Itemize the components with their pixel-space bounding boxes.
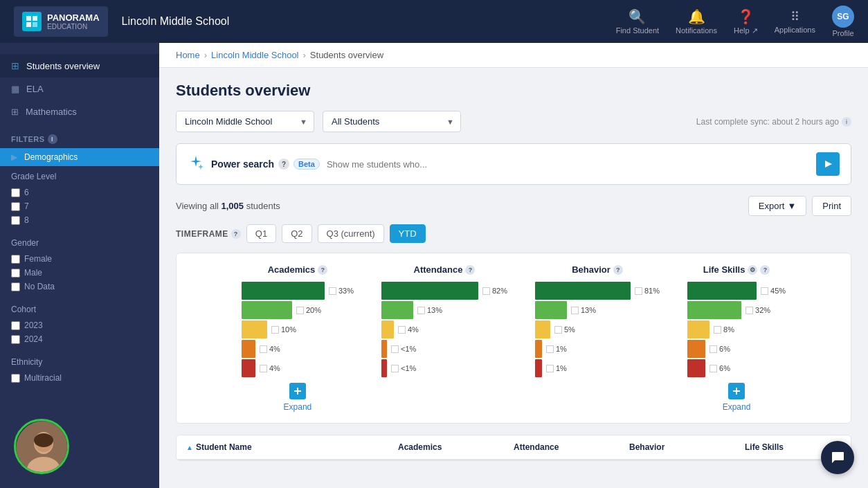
life-skills-bar-segment-2: [687, 301, 741, 319]
cohort-2023-input[interactable]: [11, 321, 20, 330]
find-student-nav[interactable]: 🔍 Find Student: [616, 8, 659, 35]
attendance-bar-3: 4%: [381, 320, 507, 338]
action-buttons: Export ▼ Print: [748, 196, 851, 216]
grade-6-label: 6: [24, 188, 29, 197]
attendance-checkbox-3[interactable]: [398, 326, 406, 334]
content-inner: Students overview Lincoln Middle School …: [159, 68, 868, 475]
power-search-help-icon[interactable]: ?: [278, 159, 289, 170]
timeframe-ytd-button[interactable]: YTD: [390, 224, 426, 243]
demographics-filter[interactable]: ▶ Demographics: [0, 148, 159, 166]
life-skills-checkbox-2[interactable]: [745, 307, 753, 314]
timeframe-q2-button[interactable]: Q2: [282, 224, 311, 243]
life-skills-checkbox-1[interactable]: [761, 287, 768, 295]
life-skills-bar-segment-3: [687, 320, 709, 338]
female-label: Female: [24, 254, 52, 264]
power-search-input[interactable]: [327, 156, 809, 172]
multiracial-checkbox[interactable]: Multiracial: [11, 371, 148, 385]
male-checkbox[interactable]: Male: [11, 266, 148, 280]
sidebar-item-mathematics[interactable]: ⊞ Mathematics: [0, 100, 159, 123]
male-input[interactable]: [11, 269, 20, 278]
main-container: ⊞ Students overview ▦ ELA ⊞ Mathematics …: [0, 43, 868, 488]
notifications-nav[interactable]: 🔔 Notifications: [676, 8, 717, 35]
grade-6-input[interactable]: [11, 188, 20, 197]
print-label: Print: [822, 201, 841, 211]
female-input[interactable]: [11, 255, 20, 264]
academics-checkbox-1[interactable]: [329, 287, 336, 295]
sidebar-item-students-overview[interactable]: ⊞ Students overview: [0, 54, 159, 78]
attendance-checkbox-1[interactable]: [482, 287, 490, 295]
student-count: 1,005: [221, 201, 244, 211]
export-button[interactable]: Export ▼: [748, 196, 806, 216]
school-select[interactable]: Lincoln Middle School: [176, 111, 314, 132]
life-skills-checkbox-4[interactable]: [709, 345, 717, 353]
life-skills-bar-3: 8%: [687, 320, 786, 338]
profile-nav[interactable]: SG Profile: [832, 6, 854, 37]
attendance-info-icon[interactable]: ?: [465, 265, 475, 275]
cohort-2024-input[interactable]: [11, 335, 20, 344]
filters-info-icon[interactable]: i: [48, 134, 57, 144]
cohort-2024-checkbox[interactable]: 2024: [11, 332, 148, 346]
attendance-chart: Attendance ? 82% 13%: [381, 264, 507, 412]
behavior-info-icon[interactable]: ?: [613, 265, 623, 275]
behavior-checkbox-4[interactable]: [546, 345, 554, 353]
multiracial-input[interactable]: [11, 374, 20, 383]
no-data-checkbox[interactable]: No Data: [11, 280, 148, 293]
help-icon: ❓: [737, 8, 754, 25]
students-select[interactable]: All Students: [323, 111, 461, 132]
life-skills-checkbox-5[interactable]: [709, 365, 717, 372]
grade-8-checkbox[interactable]: 8: [11, 213, 148, 227]
academics-bar-segment-3: [242, 320, 267, 338]
behavior-bar-segment-5: [535, 359, 542, 377]
academics-checkbox-4[interactable]: [260, 345, 267, 353]
power-search-submit-button[interactable]: [816, 152, 840, 176]
behavior-checkbox-1[interactable]: [635, 287, 642, 295]
help-nav[interactable]: ❓ Help ↗: [734, 8, 758, 35]
timeframe-q3-button[interactable]: Q3 (current): [318, 224, 384, 243]
grade-7-input[interactable]: [11, 202, 20, 211]
life-skills-col-label: Life Skills: [745, 442, 784, 452]
math-icon: ⊞: [11, 107, 19, 117]
grade-6-checkbox[interactable]: 6: [11, 186, 148, 199]
grade-8-input[interactable]: [11, 216, 20, 225]
sync-info: Last complete sync: about 2 hours ago i: [696, 117, 851, 127]
cohort-2023-checkbox[interactable]: 2023: [11, 318, 148, 332]
logo-area[interactable]: PANORAMA EDUCATION: [14, 6, 108, 37]
behavior-checkbox-3[interactable]: [554, 326, 562, 334]
attendance-checkbox-4[interactable]: [391, 345, 399, 353]
academics-checkbox-3[interactable]: [271, 326, 279, 334]
timeframe-q1-button[interactable]: Q1: [246, 224, 276, 243]
q3-label: Q3 (current): [327, 228, 375, 239]
cohort-2024-label: 2024: [24, 334, 43, 344]
breadcrumb-home[interactable]: Home: [176, 50, 200, 60]
academics-checkbox-5[interactable]: [260, 365, 267, 372]
export-arrow-icon: ▼: [787, 201, 796, 211]
attendance-checkbox-5[interactable]: [391, 365, 399, 372]
timeframe-info-icon[interactable]: ?: [231, 229, 241, 239]
academics-expand-label[interactable]: Expand: [284, 402, 312, 412]
attendance-checkbox-2[interactable]: [417, 307, 425, 314]
breadcrumb-school[interactable]: Lincoln Middle School: [211, 50, 298, 60]
no-data-input[interactable]: [11, 282, 20, 291]
breadcrumb-sep-1: ›: [204, 50, 207, 60]
sync-info-icon[interactable]: i: [842, 117, 851, 127]
life-skills-expand-label[interactable]: Expand: [723, 402, 751, 412]
print-button[interactable]: Print: [812, 196, 851, 216]
svg-rect-2: [26, 22, 31, 27]
grade-7-checkbox[interactable]: 7: [11, 199, 148, 213]
chat-button[interactable]: [821, 441, 854, 474]
female-checkbox[interactable]: Female: [11, 252, 148, 266]
beta-badge: Beta: [293, 159, 320, 170]
life-skills-info-icon[interactable]: ?: [760, 265, 770, 275]
sidebar-item-ela[interactable]: ▦ ELA: [0, 78, 159, 100]
behavior-checkbox-5[interactable]: [546, 365, 554, 372]
life-skills-checkbox-3[interactable]: [714, 326, 721, 334]
behavior-bar-1: 81%: [535, 282, 660, 300]
applications-nav[interactable]: ⠿ Applications: [775, 9, 815, 34]
sort-icon[interactable]: ▲: [186, 444, 193, 451]
academics-expand-button[interactable]: [289, 383, 306, 399]
behavior-checkbox-2[interactable]: [571, 307, 579, 314]
academics-checkbox-2[interactable]: [296, 307, 304, 314]
life-skills-expand-button[interactable]: [728, 383, 745, 399]
life-skills-settings-icon[interactable]: ⚙: [748, 265, 757, 275]
academics-info-icon[interactable]: ?: [318, 265, 327, 275]
